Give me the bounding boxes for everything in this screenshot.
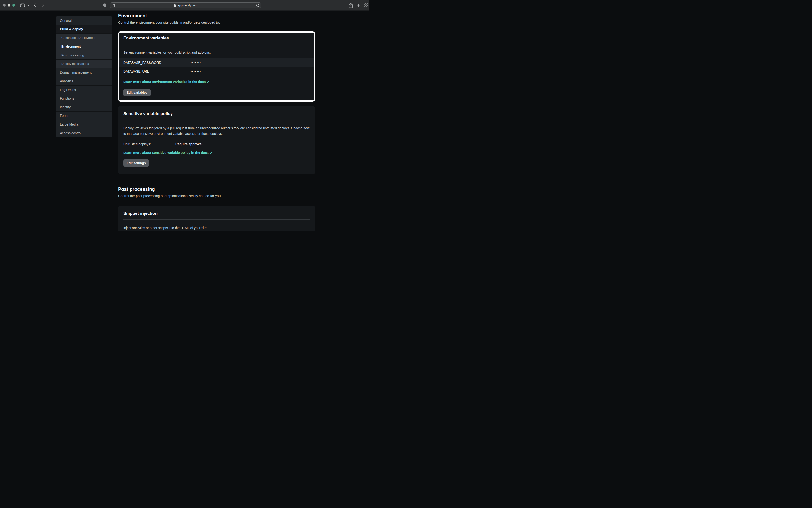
sidebar-item-label: Log Drains <box>55 88 76 92</box>
share-icon[interactable] <box>348 0 353 11</box>
sidebar-item[interactable]: Functions <box>55 94 112 102</box>
zoom-window-button[interactable] <box>12 4 15 7</box>
card-description: Deploy Previews triggered by a pull requ… <box>123 126 310 136</box>
sidebar-toggle-icon[interactable] <box>20 0 25 11</box>
card-description: Set environment variables for your build… <box>123 50 310 55</box>
sidebar-item[interactable]: Log Drains <box>55 85 112 94</box>
card-divider <box>123 120 310 120</box>
untrusted-deploys-value: Require approval <box>175 142 202 146</box>
card-title: Environment variables <box>123 36 310 41</box>
close-window-button[interactable] <box>3 4 6 7</box>
shield-icon[interactable] <box>103 0 107 11</box>
sidebar-item-label: Post processing <box>55 53 84 57</box>
env-docs-link[interactable]: Learn more about environment variables i… <box>123 80 206 84</box>
post-processing-section: Post processing Control the post process… <box>118 186 315 198</box>
sidebar-item[interactable]: Analytics <box>55 77 112 85</box>
card-divider <box>123 44 310 44</box>
env-var-key: DATABASE_URL <box>123 70 191 73</box>
sidebar-item[interactable]: Environment <box>55 42 112 51</box>
env-var-value-masked: ••••••• <box>191 70 201 73</box>
env-var-row: DATABASE_PASSWORD ••••••• <box>119 58 314 67</box>
external-link-arrow-icon: ↗ <box>207 80 209 84</box>
sidebar-item-label: Environment <box>55 45 81 48</box>
sidebar-item-label: Forms <box>55 114 69 118</box>
page-icon[interactable] <box>112 4 115 7</box>
external-link-arrow-icon: ↗ <box>210 151 212 155</box>
sidebar-item-label: Large Media <box>55 122 78 126</box>
sidebar-item[interactable]: Identity <box>55 102 112 111</box>
sidebar-item-label: Functions <box>55 96 74 100</box>
sidebar-item-label: General <box>55 19 72 23</box>
refresh-icon[interactable] <box>256 4 260 7</box>
page-subtitle: Control the environment your site builds… <box>118 20 315 24</box>
card-title: Sensitive variable policy <box>123 111 310 116</box>
section-title: Post processing <box>118 186 315 192</box>
sidebar-item[interactable]: Domain management <box>55 68 112 77</box>
toolbar-separator <box>26 3 27 8</box>
untrusted-deploys-row: Untrusted deploys: Require approval <box>123 142 310 146</box>
sidebar-item[interactable]: Forms <box>55 111 112 120</box>
snippet-injection-card: Snippet injection Inject analytics or ot… <box>118 206 315 231</box>
settings-nav: General Build & deploy Continuous Deploy… <box>55 16 112 137</box>
sidebar-item-label: Continuous Deployment <box>55 36 95 39</box>
env-var-list: DATABASE_PASSWORD ••••••• DATABASE_URL •… <box>119 58 314 76</box>
forward-button[interactable] <box>41 0 45 11</box>
sidebar-item-label: Access control <box>55 131 81 135</box>
sidebar-item-label: Build & deploy <box>55 27 83 31</box>
env-var-value-masked: ••••••• <box>191 61 201 64</box>
edit-variables-button[interactable]: Edit variables <box>123 89 151 96</box>
sidebar-item[interactable]: Deploy notifications <box>55 59 112 68</box>
url-text: app.netlify.com <box>178 4 197 7</box>
browser-toolbar: app.netlify.com <box>0 0 369 11</box>
card-description: Inject analytics or other scripts into t… <box>123 225 310 231</box>
policy-docs-link[interactable]: Learn more about sensitive variable poli… <box>123 151 209 155</box>
card-divider <box>123 219 310 220</box>
env-var-row: DATABASE_URL ••••••• <box>119 67 314 76</box>
tab-overview-icon[interactable] <box>364 0 369 11</box>
env-var-key: DATABASE_PASSWORD <box>123 61 191 65</box>
sidebar-item-label: Identity <box>55 105 71 109</box>
page-content: General Build & deploy Continuous Deploy… <box>0 11 369 231</box>
section-subtitle: Control the post processing and optimiza… <box>118 194 315 198</box>
sidebar-item-label: Deploy notifications <box>55 62 89 66</box>
safari-window: app.netlify.com <box>0 0 369 231</box>
sidebar-item[interactable]: Continuous Deployment <box>55 33 112 42</box>
chevron-down-icon[interactable] <box>27 0 31 11</box>
main-column: Environment Control the environment your… <box>118 11 315 24</box>
sidebar-item[interactable]: Build & deploy <box>55 25 112 34</box>
back-button[interactable] <box>33 0 37 11</box>
address-bar[interactable]: app.netlify.com <box>110 2 262 8</box>
sidebar-item[interactable]: Post processing <box>55 51 112 59</box>
untrusted-deploys-label: Untrusted deploys: <box>123 142 175 146</box>
sidebar-item[interactable]: General <box>55 16 112 25</box>
sidebar-item[interactable]: Access control <box>55 129 112 137</box>
environment-variables-card: Environment variables Set environment va… <box>118 32 315 102</box>
traffic-lights <box>3 4 15 7</box>
edit-settings-button[interactable]: Edit settings <box>123 159 149 167</box>
lock-icon <box>174 4 176 7</box>
page-title: Environment <box>118 11 315 18</box>
sidebar-item-label: Analytics <box>55 79 73 83</box>
sensitive-variable-policy-card: Sensitive variable policy Deploy Preview… <box>118 106 315 174</box>
sidebar-item-label: Domain management <box>55 71 91 74</box>
minimize-window-button[interactable] <box>8 4 10 7</box>
card-title: Snippet injection <box>123 211 310 216</box>
new-tab-icon[interactable] <box>356 0 361 11</box>
sidebar-item[interactable]: Large Media <box>55 120 112 129</box>
